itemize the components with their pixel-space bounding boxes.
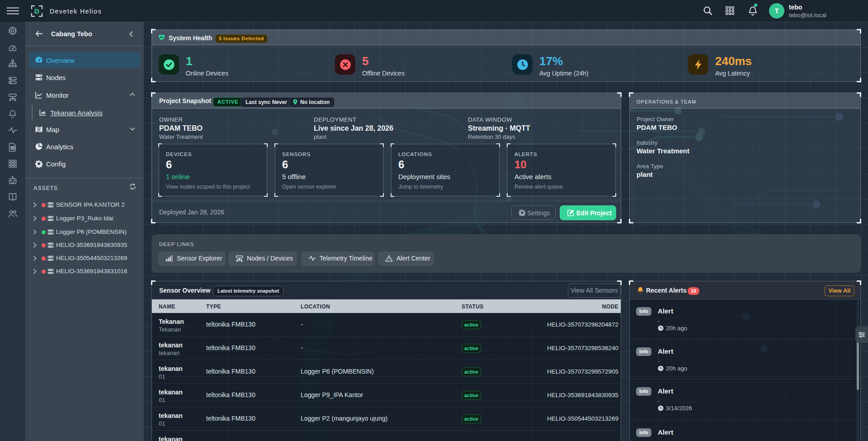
svg-text:D: D xyxy=(34,7,39,15)
